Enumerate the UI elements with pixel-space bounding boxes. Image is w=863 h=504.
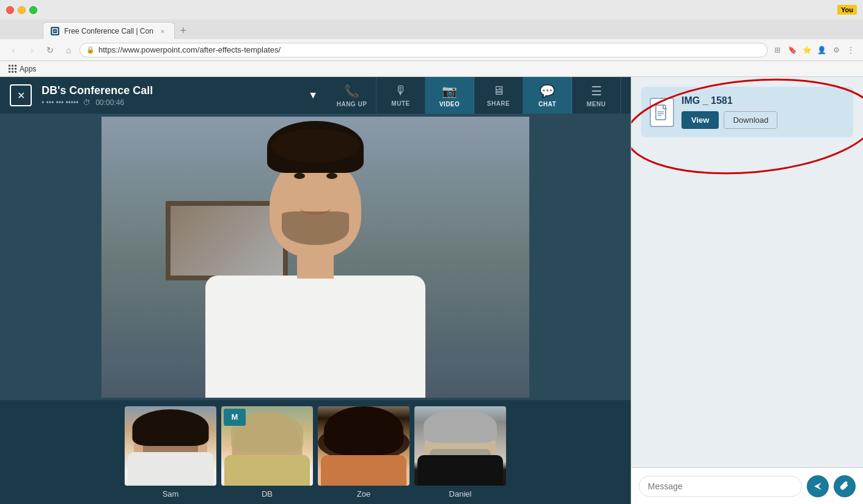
apps-bookmark[interactable]: Apps (6, 64, 39, 75)
extension-icon-1[interactable]: ⊞ (771, 44, 784, 56)
tab-close-button[interactable]: × (158, 27, 167, 35)
omnibar: ‹ › ↻ ⌂ 🔒 https://www.powerpoint.com/aft… (0, 39, 863, 61)
tab-bar: Free Conference Call | Con × + (0, 20, 863, 39)
person-shirt (205, 276, 425, 398)
hang-up-button[interactable]: 📞 HANG UP (328, 77, 376, 114)
lock-icon: 🔒 (86, 46, 95, 54)
extension-menu-icon[interactable]: ⋮ (845, 44, 857, 56)
participant-name-sam: Sam (163, 489, 179, 499)
file-icon (650, 98, 674, 127)
new-tab-button[interactable]: + (175, 22, 192, 39)
participant-avatar-db: M (221, 406, 313, 486)
url-text: https://www.powerpoint.com/after-effects… (98, 45, 761, 54)
tab-title: Free Conference Call | Con (64, 27, 153, 35)
toolbar-icons: ⊞ 🔖 ⭐ 👤 ⚙ ⋮ (771, 44, 857, 56)
file-message-wrapper: IMG _ 1581 View Download (641, 87, 853, 137)
participant-avatar-daniel (414, 406, 506, 486)
person-stubble (282, 211, 349, 245)
chat-attach-button[interactable] (834, 475, 856, 497)
file-message: IMG _ 1581 View Download (650, 95, 845, 129)
participant-daniel[interactable]: Daniel (414, 406, 506, 499)
chat-message-input[interactable] (639, 476, 802, 497)
svg-rect-2 (656, 105, 666, 120)
video-area (0, 114, 631, 400)
settings-icon[interactable]: ⚙ (830, 44, 842, 56)
traffic-lights (6, 6, 37, 14)
participant-name-zoe: Zoe (357, 489, 370, 499)
chat-send-button[interactable] (807, 475, 829, 497)
file-pdf-icon (655, 104, 669, 120)
chat-label: CHAT (538, 101, 556, 108)
extension-icon-2[interactable]: 🔖 (786, 44, 798, 56)
refresh-button[interactable]: ↻ (43, 43, 57, 57)
bookmarks-bar: Apps (0, 61, 863, 77)
participant-zoe[interactable]: Zoe (318, 406, 409, 499)
download-file-button[interactable]: Download (724, 111, 777, 129)
title-bar: You (0, 0, 863, 20)
close-call-button[interactable]: ✕ (10, 84, 32, 106)
call-meta: • ••• ••• ••••• ⏱ 00:00:46 (42, 98, 298, 107)
participant-avatar-zoe (318, 406, 409, 486)
address-bar[interactable]: 🔒 https://www.powerpoint.com/after-effec… (79, 43, 768, 57)
menu-label: MENU (587, 101, 606, 108)
close-window-button[interactable] (6, 6, 14, 14)
db-badge: M (224, 409, 246, 426)
file-actions: View Download (681, 111, 845, 129)
mute-button[interactable]: 🎙 MUTE (376, 77, 425, 114)
person-eye-left (294, 173, 305, 179)
call-dropdown-button[interactable]: ▼ (308, 90, 318, 101)
participant-avatar-sam (125, 406, 216, 486)
person-hair-top (271, 129, 360, 163)
participant-name-db: DB (262, 489, 273, 499)
apps-grid-icon (9, 65, 17, 73)
main-video-container (101, 117, 529, 398)
apps-bookmark-label: Apps (20, 65, 36, 73)
mute-icon: 🎙 (395, 84, 407, 98)
participant-sam[interactable]: Sam (125, 406, 216, 499)
nav-actions: 📞 HANG UP 🎙 MUTE 📷 VIDEO 🖥 SHARE 💬 (328, 77, 621, 114)
view-file-button[interactable]: View (681, 111, 719, 129)
share-label: SHARE (487, 100, 510, 107)
video-icon: 📷 (442, 84, 457, 98)
extension-icon-4[interactable]: 👤 (815, 44, 828, 56)
forward-button[interactable]: › (24, 43, 39, 57)
chat-icon: 💬 (540, 84, 555, 98)
back-button[interactable]: ‹ (6, 43, 21, 57)
participant-db[interactable]: M DB (221, 406, 313, 499)
clock-icon: ⏱ (83, 98, 90, 107)
app-navbar: ✕ DB's Conference Call • ••• ••• ••••• ⏱… (0, 77, 631, 114)
person-render (199, 117, 432, 398)
person-eye-right (326, 173, 337, 179)
share-button[interactable]: 🖥 SHARE (474, 77, 523, 114)
minimize-window-button[interactable] (18, 6, 26, 14)
video-button[interactable]: 📷 VIDEO (425, 77, 474, 114)
home-button[interactable]: ⌂ (61, 43, 76, 57)
you-badge: You (837, 5, 857, 15)
call-title: DB's Conference Call (42, 84, 298, 97)
mute-label: MUTE (391, 100, 409, 107)
share-icon: 🖥 (493, 84, 505, 98)
maximize-window-button[interactable] (29, 6, 37, 14)
video-label: VIDEO (439, 101, 460, 108)
tab-favicon (51, 27, 59, 35)
browser-tab[interactable]: Free Conference Call | Con × (43, 22, 175, 39)
chat-input-area (631, 467, 863, 504)
call-timer: 00:00:46 (95, 98, 124, 107)
main-video (101, 117, 529, 398)
menu-icon: ☰ (591, 84, 602, 98)
file-info: IMG _ 1581 View Download (681, 95, 845, 129)
chat-messages: IMG _ 1581 View Download (631, 77, 863, 467)
hang-up-icon: 📞 (344, 84, 359, 98)
send-icon (813, 481, 823, 491)
menu-button[interactable]: ☰ MENU (572, 77, 621, 114)
participants-strip: Sam M DB Zoe (0, 400, 631, 504)
file-name: IMG _ 1581 (681, 95, 845, 106)
chat-button[interactable]: 💬 CHAT (523, 77, 572, 114)
hang-up-label: HANG UP (337, 101, 367, 108)
call-area: ✕ DB's Conference Call • ••• ••• ••••• ⏱… (0, 77, 631, 504)
attach-icon (840, 481, 850, 491)
chat-panel: IMG _ 1581 View Download (631, 77, 863, 504)
file-message-card: IMG _ 1581 View Download (641, 87, 853, 137)
extension-icon-3[interactable]: ⭐ (801, 44, 813, 56)
participant-name-daniel: Daniel (449, 489, 472, 499)
